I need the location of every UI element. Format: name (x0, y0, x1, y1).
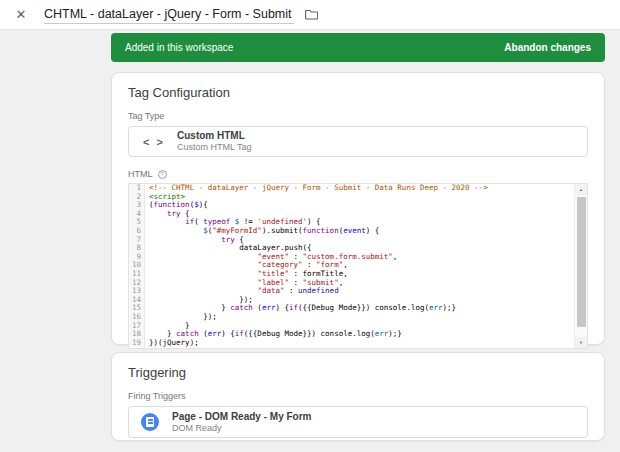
workspace-banner: Added in this workspace Abandon changes (111, 33, 605, 62)
help-icon[interactable]: ? (158, 170, 167, 179)
tag-configuration-card: Tag Configuration Tag Type < > Custom HT… (111, 72, 605, 345)
tag-type-selector[interactable]: < > Custom HTML Custom HTML Tag (128, 126, 588, 157)
tag-configuration-title: Tag Configuration (128, 85, 588, 100)
code-line: 1<!-- CHTML - dataLayer - jQuery - Form … (129, 184, 573, 193)
scroll-up-button[interactable]: ▲ (575, 184, 587, 195)
tag-type-description: Custom HTML Tag (177, 142, 252, 153)
close-icon: ✕ (16, 7, 27, 22)
triggering-title: Triggering (128, 365, 588, 380)
scrollbar-thumb[interactable] (577, 197, 586, 327)
app-header: ✕ CHTML - dataLayer - jQuery - Form - Su… (0, 0, 620, 30)
banner-message: Added in this workspace (125, 42, 233, 53)
trigger-row[interactable]: Page - DOM Ready - My Form DOM Ready (128, 406, 588, 438)
html-field-label-row: HTML ? (128, 169, 588, 179)
page-trigger-icon (141, 413, 159, 431)
workspace-editor-content: Added in this workspace Abandon changes … (111, 33, 605, 441)
code-line: 3(function($){ (129, 201, 573, 210)
abandon-changes-button[interactable]: Abandon changes (504, 42, 591, 53)
tag-type-name: Custom HTML (177, 130, 252, 142)
tag-name-field[interactable]: CHTML - dataLayer - jQuery - Form - Subm… (44, 6, 294, 24)
scroll-down-icon: ▼ (579, 340, 583, 345)
editor-scrollbar[interactable]: ▲ ▼ (574, 184, 587, 348)
folder-icon (305, 9, 318, 20)
code-line: 16 }); (129, 313, 573, 322)
html-code-editor[interactable]: 1<!-- CHTML - dataLayer - jQuery - Form … (128, 183, 588, 349)
trigger-name: Page - DOM Ready - My Form (172, 411, 311, 423)
close-button[interactable]: ✕ (10, 4, 32, 26)
triggering-card: Triggering Firing Triggers Page - DOM Re… (111, 352, 605, 441)
code-lines-container: 1<!-- CHTML - dataLayer - jQuery - Form … (129, 184, 587, 347)
folder-button[interactable] (303, 6, 321, 24)
trigger-type: DOM Ready (172, 423, 311, 434)
code-line: 19})(jQuery); (129, 339, 573, 348)
scroll-up-icon: ▲ (579, 187, 583, 192)
tag-type-label: Tag Type (128, 111, 588, 121)
firing-triggers-label: Firing Triggers (128, 391, 588, 401)
scroll-down-button[interactable]: ▼ (575, 337, 587, 348)
html-field-label: HTML (128, 169, 153, 179)
code-brackets-icon: < > (143, 136, 177, 148)
